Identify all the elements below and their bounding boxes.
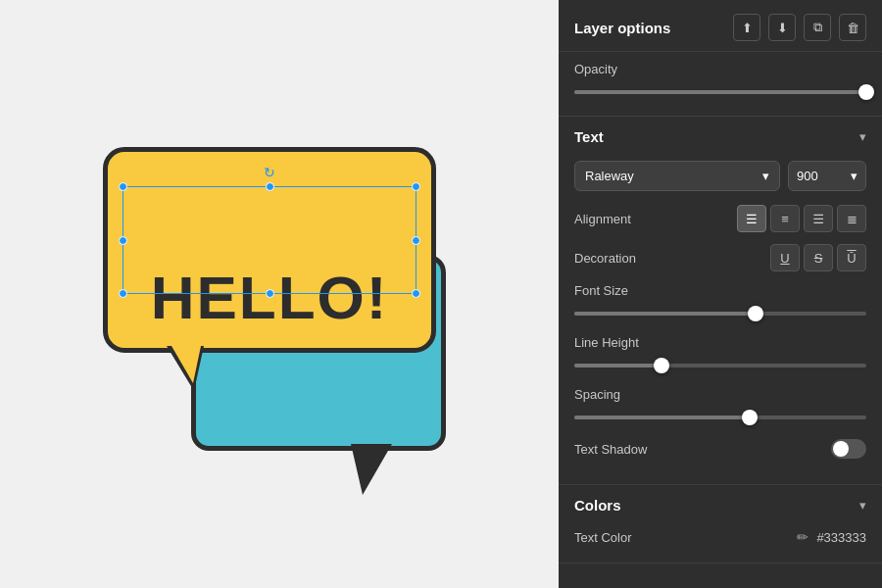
underline-button[interactable]: U xyxy=(770,244,800,271)
font-size-thumb[interactable] xyxy=(748,306,763,321)
copy-button[interactable]: ⧉ xyxy=(804,14,831,41)
align-left-button[interactable]: ☰ xyxy=(737,205,766,232)
line-height-row: Line Height xyxy=(574,335,866,375)
align-top-button[interactable]: ⬆ xyxy=(733,14,760,41)
line-height-label: Line Height xyxy=(574,335,866,350)
colors-section: Colors ▾ Text Color ✏ #333333 xyxy=(559,485,882,564)
decoration-buttons: U S Ū xyxy=(770,244,866,271)
spacing-fill xyxy=(574,416,750,419)
font-weight-chevron: ▾ xyxy=(851,169,858,183)
alignment-row: Alignment ☰ ≡ ☰ ≣ xyxy=(574,205,866,232)
delete-button[interactable]: 🗑 xyxy=(839,14,866,41)
font-family-chevron: ▾ xyxy=(762,169,769,183)
font-size-track xyxy=(574,312,866,316)
line-height-track xyxy=(574,364,866,368)
opacity-label: Opacity xyxy=(574,62,866,76)
colors-section-title: Colors xyxy=(574,497,621,514)
line-height-fill xyxy=(574,364,662,368)
text-shadow-knob xyxy=(833,441,849,457)
align-bottom-button[interactable]: ⬇ xyxy=(768,14,796,41)
text-color-value[interactable]: #333333 xyxy=(816,530,866,545)
text-section-title: Text xyxy=(574,128,604,145)
text-color-label: Text Color xyxy=(574,530,632,545)
align-center-button[interactable]: ≡ xyxy=(770,205,800,232)
font-weight-select[interactable]: 900 ▾ xyxy=(788,161,866,191)
line-height-thumb[interactable] xyxy=(654,358,669,373)
strikethrough-button[interactable]: S xyxy=(804,244,833,271)
align-right-button[interactable]: ☰ xyxy=(804,205,833,232)
text-section-header[interactable]: Text ▾ xyxy=(559,117,882,157)
text-shadow-label: Text Shadow xyxy=(574,442,647,457)
alignment-buttons: ☰ ≡ ☰ ≣ xyxy=(737,205,866,232)
font-size-slider[interactable] xyxy=(574,304,866,323)
decoration-label: Decoration xyxy=(574,251,636,266)
text-color-row: Text Color ✏ #333333 xyxy=(574,529,866,545)
font-family-value: Raleway xyxy=(585,169,634,183)
colors-section-header[interactable]: Colors ▾ xyxy=(559,485,882,525)
font-size-fill xyxy=(574,312,756,316)
alignment-label: Alignment xyxy=(574,212,631,226)
colors-section-body: Text Color ✏ #333333 xyxy=(559,525,882,563)
font-size-row: Font Size xyxy=(574,283,866,323)
font-size-label: Font Size xyxy=(574,283,866,298)
layer-options-header: Layer options ⬆ ⬇ ⧉ 🗑 xyxy=(559,0,882,52)
right-panel: Layer options ⬆ ⬇ ⧉ 🗑 Opacity Text ▾ R xyxy=(559,0,882,588)
decoration-row: Decoration U S Ū xyxy=(574,244,866,271)
opacity-track xyxy=(574,90,866,94)
canvas-area[interactable]: HELLO! ↻ xyxy=(0,0,559,588)
opacity-thumb[interactable] xyxy=(858,84,874,100)
overline-button[interactable]: Ū xyxy=(837,244,866,271)
spacing-slider[interactable] xyxy=(574,408,866,427)
text-section-body: Raleway ▾ 900 ▾ Alignment ☰ ≡ ☰ ≣ xyxy=(559,157,882,484)
opacity-slider[interactable] xyxy=(574,82,866,102)
font-row: Raleway ▾ 900 ▾ xyxy=(574,161,866,191)
opacity-row: Opacity xyxy=(559,52,882,117)
colors-chevron-icon: ▾ xyxy=(859,498,866,513)
spacing-label: Spacing xyxy=(574,387,866,402)
line-height-slider[interactable] xyxy=(574,356,866,375)
opacity-fill xyxy=(574,90,866,94)
justify-button[interactable]: ≣ xyxy=(837,205,866,232)
spacing-thumb[interactable] xyxy=(742,410,758,425)
illustration: HELLO! ↻ xyxy=(74,88,485,500)
text-color-controls: ✏ #333333 xyxy=(797,529,866,545)
text-chevron-icon: ▾ xyxy=(859,129,866,144)
text-section: Text ▾ Raleway ▾ 900 ▾ Alignment ☰ xyxy=(559,117,882,485)
text-shadow-row: Text Shadow xyxy=(574,439,866,459)
hello-text[interactable]: HELLO! xyxy=(103,194,436,400)
layer-options-title: Layer options xyxy=(574,20,670,36)
pipette-icon[interactable]: ✏ xyxy=(797,529,808,545)
layer-options-icons: ⬆ ⬇ ⧉ 🗑 xyxy=(733,14,866,41)
font-weight-value: 900 xyxy=(797,169,818,183)
font-family-select[interactable]: Raleway ▾ xyxy=(574,161,780,191)
spacing-row: Spacing xyxy=(574,387,866,427)
text-shadow-toggle[interactable] xyxy=(831,439,866,459)
spacing-track xyxy=(574,416,866,419)
